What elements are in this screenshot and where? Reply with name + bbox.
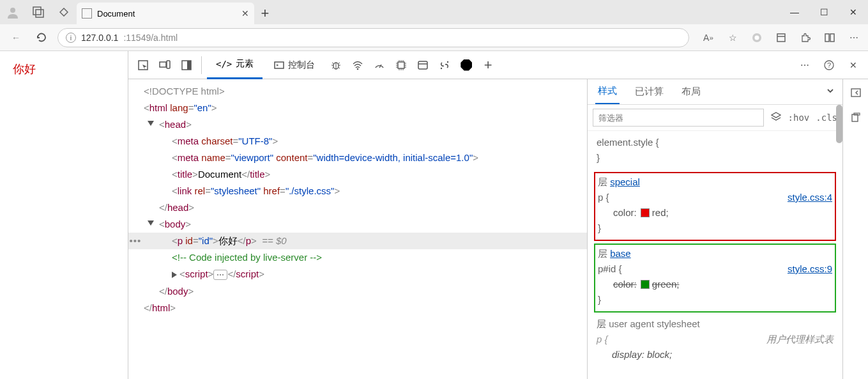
- main-area: 你好 </>元素 控制台 + ⋯ ? ✕: [0, 51, 868, 379]
- network-icon[interactable]: [348, 56, 367, 75]
- ua-source-label: 用户代理样式表: [766, 332, 834, 347]
- expand-head-icon[interactable]: [148, 121, 154, 126]
- svg-rect-14: [275, 62, 284, 68]
- svg-rect-8: [830, 34, 834, 42]
- svg-line-20: [338, 63, 340, 64]
- dom-tree[interactable]: <!DOCTYPE html> <html lang="en"> <head> …: [128, 79, 587, 379]
- split-screen-icon[interactable]: [822, 30, 837, 45]
- close-window-button[interactable]: ✕: [839, 0, 868, 24]
- maximize-button[interactable]: ☐: [809, 0, 839, 24]
- svg-point-4: [755, 35, 759, 40]
- layout-tab[interactable]: 布局: [679, 80, 703, 104]
- cls-button[interactable]: .cls: [816, 112, 837, 123]
- dock-icon[interactable]: [177, 56, 196, 75]
- back-button[interactable]: ←: [6, 28, 26, 47]
- sync-icon[interactable]: [749, 30, 765, 45]
- comment: <!-- Code injected by live-server -->: [172, 252, 322, 263]
- swatch-green[interactable]: [641, 280, 650, 289]
- svg-rect-5: [777, 34, 785, 42]
- computed-tab[interactable]: 已计算: [632, 80, 666, 104]
- styles-tab[interactable]: 样式: [595, 79, 620, 104]
- layers-icon[interactable]: [770, 111, 782, 125]
- layer-base-link[interactable]: base: [610, 248, 631, 259]
- svg-rect-11: [167, 61, 170, 68]
- add-tab-icon[interactable]: +: [478, 56, 498, 75]
- device-toggle-icon[interactable]: [155, 56, 174, 75]
- expand-script-icon[interactable]: [172, 272, 177, 278]
- inspect-icon[interactable]: [133, 56, 153, 75]
- source-link-special[interactable]: style.css:4: [788, 190, 832, 205]
- tab-console[interactable]: 控制台: [265, 51, 324, 79]
- address-path: :11549/a.html: [123, 33, 178, 43]
- svg-rect-13: [187, 61, 191, 70]
- browser-menu-icon[interactable]: ⋯: [846, 30, 862, 45]
- collections-icon[interactable]: [773, 30, 789, 45]
- address-host: 127.0.0.1: [81, 33, 118, 43]
- address-bar[interactable]: i 127.0.0.1:11549/a.html: [57, 28, 689, 47]
- profile-icon[interactable]: [4, 3, 22, 21]
- minimize-button[interactable]: —: [780, 0, 809, 24]
- performance-icon[interactable]: [370, 56, 389, 75]
- bug-icon[interactable]: [326, 56, 346, 75]
- doctype: <!DOCTYPE html>: [144, 86, 225, 97]
- site-info-icon[interactable]: i: [66, 33, 76, 43]
- collapsed-ellipsis[interactable]: ⋯: [213, 270, 227, 280]
- layer-special-link[interactable]: special: [610, 176, 640, 187]
- swatch-red[interactable]: [641, 208, 650, 217]
- expand-body-icon[interactable]: [148, 220, 154, 226]
- devtools-sidebar-rail: [842, 79, 868, 379]
- base-layer-rule[interactable]: 层 base p#id {style.css:9 color: green; }: [594, 244, 836, 313]
- svg-point-40: [447, 61, 448, 62]
- rendered-page: 你好: [0, 51, 128, 379]
- address-bar-row: ← i 127.0.0.1:11549/a.html A» ☆ ⋯: [0, 24, 868, 51]
- window-controls: — ☐ ✕: [780, 0, 868, 24]
- ua-stylesheet-rule[interactable]: 层 user agent stylesheet p {用户代理样式表 displ…: [594, 315, 836, 366]
- devtools-toolbar: </>元素 控制台 + ⋯ ? ✕: [128, 51, 868, 79]
- page-icon: [82, 8, 92, 19]
- browser-tab[interactable]: Document ✕: [77, 3, 254, 24]
- expand-sidebar-icon[interactable]: [846, 83, 865, 102]
- browser-tab-strip: Document ✕ + — ☐ ✕: [0, 0, 868, 24]
- gutter-dots[interactable]: •••: [128, 233, 142, 249]
- stop-icon[interactable]: [457, 56, 476, 75]
- svg-point-23: [357, 68, 359, 70]
- more-tabs-icon[interactable]: [826, 86, 835, 97]
- element-style-rule[interactable]: element.style { }: [594, 134, 836, 169]
- refresh-button[interactable]: [32, 28, 51, 47]
- special-layer-rule[interactable]: 层 special p {style.css:4 color: red; }: [594, 172, 836, 241]
- source-link-base[interactable]: style.css:9: [788, 261, 832, 277]
- svg-rect-2: [36, 10, 43, 17]
- styles-filter-input[interactable]: [593, 109, 764, 127]
- workspaces-icon[interactable]: [29, 3, 47, 21]
- styles-panel: 样式 已计算 布局 :hov .cls element.style { }: [587, 79, 842, 379]
- detached-icon[interactable]: [435, 56, 454, 75]
- tab-elements[interactable]: </>元素: [207, 51, 263, 79]
- copy-icon[interactable]: [846, 109, 865, 128]
- devtools-help-icon[interactable]: ?: [819, 56, 839, 75]
- selected-element[interactable]: •••<p id="id">你好</p> == $0: [128, 233, 587, 249]
- svg-point-41: [441, 67, 442, 68]
- devtools-panel: </>元素 控制台 + ⋯ ? ✕ <!DOCTYPE html> <html …: [128, 51, 868, 379]
- svg-rect-10: [160, 62, 166, 67]
- hov-button[interactable]: :hov: [788, 112, 810, 123]
- svg-rect-45: [852, 114, 858, 121]
- tab-actions-icon[interactable]: [55, 3, 73, 21]
- svg-rect-38: [418, 61, 427, 69]
- devtools-close-icon[interactable]: ✕: [844, 56, 863, 75]
- devtools-more-icon[interactable]: ⋯: [795, 56, 814, 75]
- memory-icon[interactable]: [392, 56, 411, 75]
- favorite-icon[interactable]: ☆: [725, 30, 740, 45]
- styles-scrollbar[interactable]: [836, 105, 842, 143]
- tab-close-icon[interactable]: ✕: [241, 8, 249, 19]
- svg-line-19: [332, 63, 334, 64]
- svg-rect-25: [398, 62, 404, 68]
- read-aloud-icon[interactable]: A»: [701, 30, 716, 45]
- svg-text:?: ?: [827, 61, 831, 69]
- svg-rect-7: [825, 34, 829, 42]
- application-icon[interactable]: [413, 56, 432, 75]
- new-tab-button[interactable]: +: [254, 3, 276, 24]
- extensions-icon[interactable]: [798, 30, 813, 45]
- svg-rect-1: [33, 7, 41, 15]
- tab-title: Document: [97, 9, 236, 19]
- svg-point-0: [10, 8, 15, 13]
